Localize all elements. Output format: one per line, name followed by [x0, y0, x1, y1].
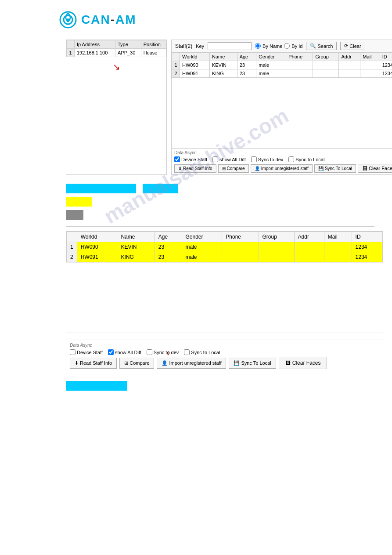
checkbox-show-all-diff-bottom-input[interactable]: [108, 349, 114, 355]
download-icon-top: ⬇: [178, 166, 182, 171]
clear-icon-top: ⟳: [344, 43, 348, 49]
top-section: Ip Address Type Position 1 192.168.1.100…: [9, 40, 383, 175]
main-table-empty: [66, 262, 383, 333]
checkbox-show-all-diff-top-input[interactable]: [212, 156, 218, 162]
logo-area: CAN-AM: [9, 9, 383, 31]
main-table-header-row: WorkId Name Age Gender Phone Group Addr …: [67, 232, 383, 242]
staff-col-phone: Phone: [286, 53, 313, 61]
main-row2-age: 23: [155, 252, 182, 262]
main-col-age: Age: [155, 232, 182, 242]
radio-by-id-label: By Id: [291, 44, 302, 49]
staff-table-row[interactable]: 2 HW091 KING 23 male 1234: [172, 69, 392, 78]
staff-row2-addr: [339, 69, 360, 78]
red-arrow-bottom: ↓: [166, 349, 170, 357]
radio-by-id[interactable]: [284, 43, 290, 49]
main-row1-num: 1: [67, 242, 77, 252]
clear-button-top[interactable]: ⟳ Clear: [340, 42, 365, 50]
search-button[interactable]: 🔍 Search: [306, 42, 337, 50]
sync-icon-top: 💾: [318, 166, 324, 171]
clear-faces-icon-top: 🖼: [363, 166, 367, 171]
data-async-top-buttons: ⬇ Read Staff Info ⊞ Compare 👤 Import unr…: [174, 164, 392, 173]
checkbox-device-staff-top-input[interactable]: [174, 156, 180, 162]
checkbox-sync-to-local-bottom[interactable]: Sync to Local: [184, 349, 220, 355]
bottom-async-area: Data Async Device Staff show All Diff Sy…: [9, 340, 383, 372]
staff-key-label: Key: [196, 44, 204, 49]
main-row1-group: [259, 242, 294, 252]
legend-row-2: [66, 197, 383, 207]
main-row1-mail: [324, 242, 352, 252]
staff-empty-area: [172, 78, 392, 148]
device-row[interactable]: 1 192.168.1.100 APP_30 House: [67, 49, 166, 57]
read-staff-btn-bottom[interactable]: ⬇ Read Staff Info: [70, 358, 117, 369]
staff-row1-mail: [360, 61, 380, 69]
staff-col-mail: Mail: [360, 53, 380, 61]
radio-by-name[interactable]: [255, 43, 261, 49]
bottom-buttons-container: ↓ ⬇ Read Staff Info ⊞ Compare 👤 Import u…: [70, 357, 379, 369]
checkbox-show-all-diff-top[interactable]: show All Diff: [212, 156, 246, 162]
main-row1-name: KEVIN: [117, 242, 155, 252]
checkbox-device-staff-bottom-input[interactable]: [70, 349, 76, 355]
main-col-gender: Gender: [182, 232, 222, 242]
read-staff-btn-top[interactable]: ⬇ Read Staff Info: [174, 164, 216, 173]
checkbox-show-all-diff-bottom[interactable]: show All Diff: [108, 349, 141, 355]
main-row1-workid: HW090: [77, 242, 117, 252]
import-icon-top: 👤: [255, 166, 260, 171]
staff-row1-num: 1: [172, 61, 180, 69]
data-async-top-title: Data Async: [174, 150, 392, 155]
checkbox-sync-to-local-top[interactable]: Sync to Local: [288, 156, 324, 162]
checkbox-sync-to-dev-top[interactable]: Sync to dev: [251, 156, 283, 162]
sync-local-btn-top[interactable]: 💾 Sync To Local: [314, 164, 356, 173]
checkbox-sync-to-local-top-label: Sync to Local: [295, 157, 324, 162]
checkbox-show-all-diff-top-label: show All Diff: [219, 157, 246, 162]
main-row2-addr: [294, 252, 324, 262]
staff-row1-phone: [286, 61, 313, 69]
staff-panel: Staff(2) Key By Name By Id 🔍 Search ⟳ Cl…: [171, 40, 392, 175]
device-col-position: Position: [141, 40, 166, 49]
checkbox-sync-to-local-bottom-label: Sync to Local: [191, 350, 220, 355]
compare-btn-top[interactable]: ⊞ Compare: [218, 164, 249, 173]
import-btn-top[interactable]: 👤 Import unregistered staff: [251, 164, 313, 173]
staff-row1-workid: HW090: [180, 61, 210, 69]
sync-local-label-top: Sync To Local: [325, 166, 352, 171]
legend-cyan-1: [66, 184, 136, 193]
device-row-ip: 192.168.1.100: [75, 49, 115, 57]
sync-local-btn-bottom[interactable]: 💾 Sync To Local: [229, 358, 276, 369]
staff-table: WorkId Name Age Gender Phone Group Addr …: [172, 52, 392, 78]
compare-icon-top: ⊞: [222, 166, 226, 171]
main-table-row[interactable]: 1 HW090 KEVIN 23 male 1234: [67, 242, 383, 252]
data-async-bottom-checkboxes: Device Staff show All Diff Sync to dev S…: [70, 349, 379, 355]
legend-row-1: [66, 184, 383, 193]
checkbox-device-staff-bottom[interactable]: Device Staff: [70, 349, 103, 355]
staff-row2-name: KING: [209, 69, 237, 78]
main-row1-gender: male: [182, 242, 222, 252]
checkbox-show-all-diff-bottom-label: show All Diff: [115, 350, 141, 355]
clear-btn-label: Clear: [349, 44, 361, 49]
staff-table-row[interactable]: 1 HW090 KEVIN 23 male 1234: [172, 61, 392, 69]
checkbox-sync-to-dev-top-input[interactable]: [251, 156, 257, 162]
bottom-cyan-area: [9, 381, 383, 392]
clear-faces-btn-top[interactable]: 🖼 Clear Faces: [358, 164, 392, 173]
compare-label-top: Compare: [227, 166, 245, 171]
checkbox-sync-to-dev-bottom-input[interactable]: [147, 349, 152, 355]
checkbox-device-staff-top-label: Device Staff: [181, 157, 207, 162]
staff-key-input[interactable]: [208, 42, 252, 50]
main-row2-name: KING: [117, 252, 155, 262]
legend-area: [9, 184, 383, 220]
checkbox-device-staff-top[interactable]: Device Staff: [174, 156, 207, 162]
import-btn-bottom[interactable]: 👤 Import unregistered staff: [157, 358, 226, 369]
bottom-async-panel: Data Async Device Staff show All Diff Sy…: [66, 340, 383, 372]
clear-faces-label-bottom: Clear Faces: [292, 360, 321, 366]
checkbox-sync-to-local-bottom-input[interactable]: [184, 349, 190, 355]
main-table-row[interactable]: 2 HW091 KING 23 male 1234: [67, 252, 383, 262]
checkbox-sync-to-dev-bottom[interactable]: Sync to dev: [147, 349, 179, 355]
checkbox-sync-to-local-top-input[interactable]: [288, 156, 294, 162]
red-arrow-top: ↘: [66, 57, 166, 76]
clear-faces-btn-bottom[interactable]: 🖼 Clear Faces: [279, 357, 327, 369]
staff-row2-mail: [360, 69, 380, 78]
staff-row2-num: 2: [172, 69, 180, 78]
compare-btn-bottom[interactable]: ⊞ Compare: [119, 358, 154, 369]
main-row2-gender: male: [182, 252, 222, 262]
radio-group: By Name By Id: [255, 43, 302, 49]
sync-local-label-bottom: Sync To Local: [241, 360, 271, 366]
import-label-top: Import unregistered staff: [261, 166, 309, 171]
